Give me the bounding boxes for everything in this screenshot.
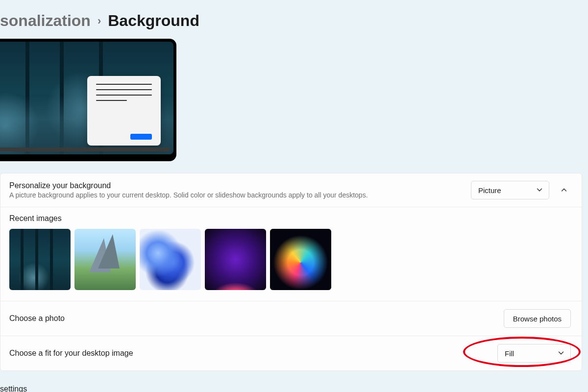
window-preview — [87, 76, 161, 146]
browse-photos-button[interactable]: Browse photos — [504, 309, 571, 328]
fit-select[interactable]: Fill — [497, 344, 571, 363]
recent-image-4[interactable] — [205, 229, 266, 290]
recent-images-list — [9, 229, 573, 290]
recent-image-3[interactable] — [140, 229, 201, 290]
choose-fit-label: Choose a fit for your desktop image — [9, 349, 497, 358]
related-settings-label: settings — [0, 385, 588, 392]
recent-images-label: Recent images — [9, 214, 573, 223]
chevron-right-icon: › — [98, 15, 101, 27]
choose-photo-label: Choose a photo — [9, 314, 504, 323]
personalize-background-row[interactable]: Personalize your background A picture ba… — [0, 173, 582, 207]
taskbar-preview — [0, 147, 171, 151]
chevron-down-icon — [558, 349, 564, 358]
personalize-subtitle: A picture background applies to your cur… — [9, 191, 471, 199]
background-settings-card: Personalize your background A picture ba… — [0, 173, 582, 371]
recent-image-1[interactable] — [9, 229, 71, 290]
recent-image-2[interactable] — [74, 229, 136, 290]
background-type-select[interactable]: Picture — [471, 181, 549, 199]
personalize-title: Personalize your background — [9, 181, 471, 190]
recent-images-section: Recent images — [0, 207, 582, 301]
breadcrumb: sonalization › Background — [0, 12, 588, 30]
fit-value: Fill — [505, 349, 514, 358]
background-type-value: Picture — [478, 186, 501, 195]
breadcrumb-current: Background — [108, 12, 199, 30]
chevron-down-icon — [536, 186, 543, 195]
choose-photo-row: Choose a photo Browse photos — [0, 301, 582, 336]
recent-image-5[interactable] — [270, 229, 331, 290]
breadcrumb-personalization[interactable]: sonalization — [0, 12, 91, 30]
collapse-section-button[interactable] — [557, 183, 571, 197]
choose-fit-row: Choose a fit for your desktop image Fill — [0, 336, 582, 370]
desktop-preview — [0, 39, 176, 161]
